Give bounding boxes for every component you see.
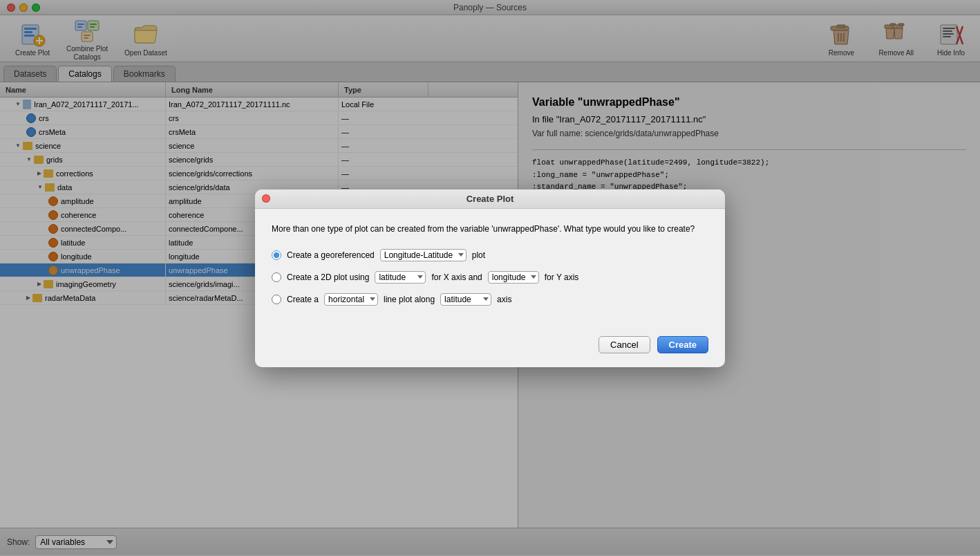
modal-message: More than one type of plot can be create… [272,223,708,235]
option2-radio[interactable] [272,272,281,282]
option3-select1[interactable]: horizontal vertical [324,293,378,306]
cancel-button[interactable]: Cancel [599,336,650,353]
option2-row: Create a 2D plot using latitude longitud… [272,271,708,284]
option1-label-prefix: Create a georeferenced [287,250,375,260]
option3-radio[interactable] [272,295,281,304]
option2-label-suffix: for Y axis [545,272,579,282]
option1-label-suffix: plot [472,250,485,260]
option2-select1[interactable]: latitude longitude [375,271,426,284]
option1-radio[interactable] [272,250,281,260]
option3-select2[interactable]: latitude longitude [440,293,491,306]
modal-title: Create Plot [467,194,514,204]
option2-label-mid: for X axis and [431,272,482,282]
option3-label-mid: line plot along [384,295,435,304]
modal-overlay: Create Plot More than one type of plot c… [0,0,980,556]
option3-label-prefix: Create a [287,295,319,304]
create-button[interactable]: Create [657,336,708,353]
option2-select2[interactable]: longitude latitude [488,271,539,284]
option3-label-suffix: axis [497,295,511,304]
modal-titlebar: Create Plot [255,189,725,209]
option1-select[interactable]: Longitude-Latitude Mercator Polar [380,249,467,261]
create-plot-modal: Create Plot More than one type of plot c… [255,189,725,367]
option3-row: Create a horizontal vertical line plot a… [272,293,708,306]
option2-label-prefix: Create a 2D plot using [287,272,369,282]
modal-footer: Cancel Create [255,329,725,367]
modal-close-button[interactable] [262,194,270,203]
modal-body: More than one type of plot can be create… [255,209,725,329]
option1-row: Create a georeferenced Longitude-Latitud… [272,249,708,261]
